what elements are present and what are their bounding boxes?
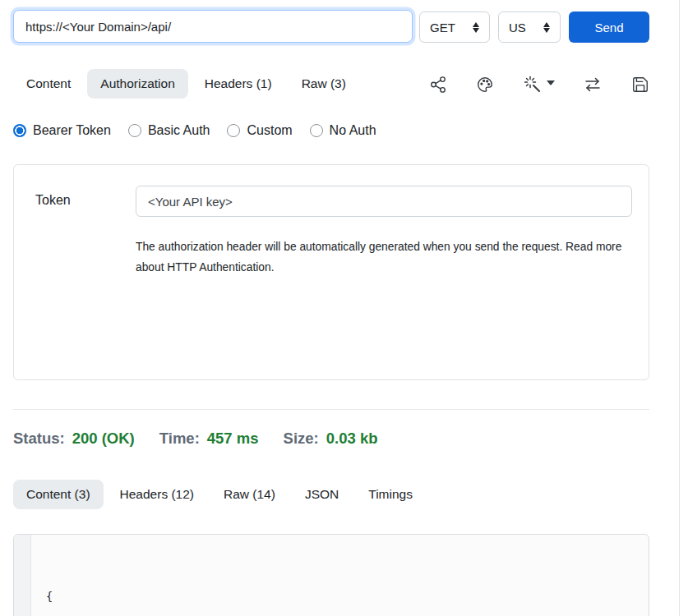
response-body-panel: { "message": "API running." }: [13, 534, 649, 616]
save-icon[interactable]: [631, 76, 649, 94]
token-help-text: The authorization header will be automat…: [136, 237, 622, 278]
auth-type-radios: Bearer Token Basic Auth Custom No Auth: [13, 123, 376, 138]
tab-raw[interactable]: Raw (3): [289, 69, 359, 99]
radio-unselected-icon: [128, 124, 141, 137]
tab-headers[interactable]: Headers (1): [192, 69, 285, 99]
code-gutter: [14, 535, 31, 616]
time-value: 457 ms: [207, 430, 259, 448]
auth-radio-bearer-token[interactable]: Bearer Token: [13, 123, 111, 138]
region-select[interactable]: US: [498, 11, 561, 43]
tab-response-timings[interactable]: Timings: [355, 480, 426, 509]
method-select[interactable]: GET: [419, 11, 490, 43]
status-label: Status:: [13, 430, 65, 448]
size-value: 0.03 kb: [326, 430, 378, 448]
code-line: {: [46, 586, 649, 607]
url-input[interactable]: [13, 10, 413, 43]
tab-response-json[interactable]: JSON: [292, 480, 352, 509]
api-client-page: GET US Send Content Authorization Header…: [0, 0, 688, 616]
response-json-code[interactable]: { "message": "API running." }: [31, 535, 649, 616]
tab-authorization[interactable]: Authorization: [87, 69, 187, 99]
request-tabs: Content Authorization Headers (1) Raw (3…: [13, 69, 359, 99]
send-button[interactable]: Send: [569, 11, 649, 43]
select-updown-icon: [543, 22, 550, 33]
auth-radio-custom[interactable]: Custom: [227, 123, 292, 138]
magic-wand-menu-icon[interactable]: [523, 75, 555, 94]
bearer-token-panel: Token The authorization header will be a…: [13, 164, 649, 380]
tab-response-content[interactable]: Content (3): [13, 480, 104, 509]
region-select-value: US: [509, 21, 526, 34]
section-divider: [13, 409, 649, 410]
swap-arrows-icon[interactable]: [583, 75, 603, 94]
radio-unselected-icon: [227, 124, 240, 137]
response-tabs: Content (3) Headers (12) Raw (14) JSON T…: [13, 480, 426, 509]
dropdown-caret-icon: [547, 80, 555, 85]
auth-radio-basic-auth[interactable]: Basic Auth: [128, 123, 210, 138]
auth-radio-no-auth[interactable]: No Auth: [310, 123, 376, 138]
tab-response-headers[interactable]: Headers (12): [107, 480, 207, 509]
method-select-value: GET: [430, 21, 455, 34]
radio-unselected-icon: [310, 124, 323, 137]
share-icon[interactable]: [429, 76, 447, 94]
scrollbar-track-divider[interactable]: [679, 0, 680, 616]
tab-content[interactable]: Content: [13, 69, 84, 99]
radio-selected-icon: [13, 124, 26, 137]
size-label: Size:: [284, 430, 319, 448]
status-value: 200 (OK): [72, 430, 135, 448]
theme-palette-icon[interactable]: [476, 76, 494, 94]
response-summary: Status: 200 (OK) Time: 457 ms Size: 0.03…: [13, 430, 402, 448]
tab-response-raw[interactable]: Raw (14): [210, 480, 289, 509]
select-updown-icon: [473, 22, 479, 33]
token-input[interactable]: [136, 186, 632, 217]
time-label: Time:: [159, 430, 200, 448]
token-label: Token: [35, 193, 71, 208]
request-toolbar: [429, 71, 649, 99]
